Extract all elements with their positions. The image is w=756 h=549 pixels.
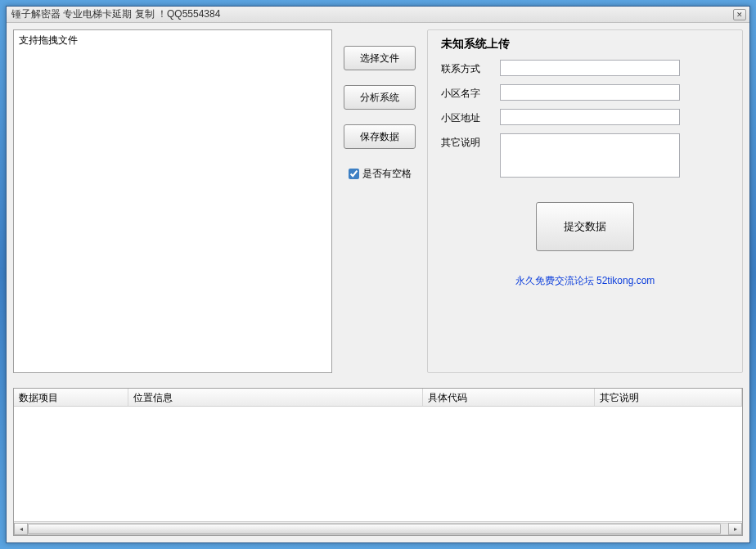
main-window: 锤子解密器 专业电梯卡延期 复制 ！QQ5554384 ✕ 支持拖拽文件 选择文… [6, 6, 750, 543]
choose-file-button[interactable]: 选择文件 [344, 46, 416, 70]
data-table: 数据项目 位置信息 具体代码 其它说明 ◂ ▸ [13, 388, 743, 536]
community-name-row: 小区名字 [441, 84, 729, 101]
scroll-track[interactable] [28, 523, 728, 535]
contact-input[interactable] [500, 60, 680, 76]
community-name-input[interactable] [500, 84, 680, 101]
upload-group: 未知系统上传 联系方式 小区名字 小区地址 其它说明 [427, 29, 743, 373]
col-other[interactable]: 其它说明 [595, 389, 742, 406]
close-button[interactable]: ✕ [733, 9, 746, 20]
community-name-label: 小区名字 [441, 84, 490, 101]
drop-placeholder: 支持拖拽文件 [19, 34, 78, 46]
space-checkbox-row[interactable]: 是否有空格 [349, 167, 412, 181]
community-addr-row: 小区地址 [441, 109, 729, 125]
col-position[interactable]: 位置信息 [128, 389, 423, 406]
horizontal-scrollbar[interactable]: ◂ ▸ [14, 521, 742, 535]
save-data-button[interactable]: 保存数据 [344, 124, 416, 149]
titlebar: 锤子解密器 专业电梯卡延期 复制 ！QQ5554384 ✕ [7, 7, 749, 23]
analyze-system-button[interactable]: 分析系统 [344, 85, 416, 110]
community-addr-input[interactable] [500, 109, 680, 125]
submit-area: 提交数据 [441, 202, 729, 251]
col-data-item[interactable]: 数据项目 [14, 389, 128, 406]
community-addr-label: 小区地址 [441, 109, 490, 125]
scroll-left-arrow-icon[interactable]: ◂ [14, 523, 28, 535]
table-header: 数据项目 位置信息 具体代码 其它说明 [14, 389, 742, 407]
contact-label: 联系方式 [441, 60, 490, 76]
table-body[interactable] [14, 407, 742, 521]
close-icon: ✕ [736, 11, 743, 19]
other-label: 其它说明 [441, 133, 490, 150]
contact-row: 联系方式 [441, 60, 729, 76]
top-row: 支持拖拽文件 选择文件 分析系统 保存数据 是否有空格 未知系统上传 联系方式 [13, 29, 743, 373]
space-checkbox-label: 是否有空格 [362, 167, 412, 181]
forum-link[interactable]: 永久免费交流论坛 52tikong.com [441, 274, 729, 288]
col-code[interactable]: 具体代码 [423, 389, 595, 406]
scroll-right-arrow-icon[interactable]: ▸ [728, 523, 742, 535]
action-column: 选择文件 分析系统 保存数据 是否有空格 [339, 29, 421, 373]
space-checkbox[interactable] [349, 169, 359, 179]
upload-legend: 未知系统上传 [441, 37, 729, 52]
file-drop-area[interactable]: 支持拖拽文件 [13, 29, 332, 373]
client-area: 支持拖拽文件 选择文件 分析系统 保存数据 是否有空格 未知系统上传 联系方式 [7, 23, 749, 542]
window-title: 锤子解密器 专业电梯卡延期 复制 ！QQ5554384 [11, 7, 733, 21]
other-row: 其它说明 [441, 133, 729, 178]
other-textarea[interactable] [500, 133, 680, 178]
scroll-thumb[interactable] [28, 524, 721, 534]
submit-button[interactable]: 提交数据 [536, 202, 634, 251]
